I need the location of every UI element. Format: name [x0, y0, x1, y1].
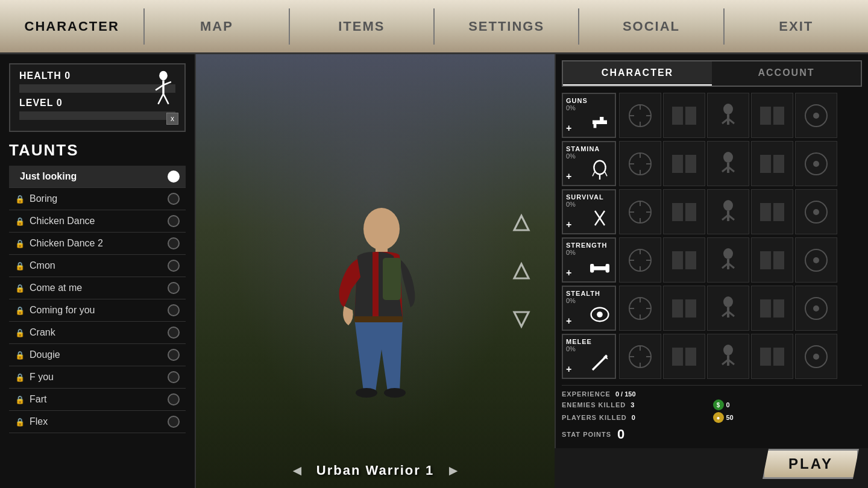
taunt-item[interactable]: 🔒 Flex — [9, 411, 186, 433]
skill-slot[interactable] — [751, 237, 793, 283]
taunt-item[interactable]: 🔒 Crank — [9, 322, 186, 344]
skill-slot-icon — [625, 149, 655, 179]
skill-slot[interactable] — [619, 237, 661, 283]
taunt-radio[interactable] — [168, 371, 180, 383]
taunt-item[interactable]: 🔒 Come at me — [9, 277, 186, 299]
taunt-radio[interactable] — [168, 170, 180, 183]
skill-main-button[interactable]: SURVIVAL 0% + — [562, 189, 616, 234]
skill-name: MELEE — [566, 338, 592, 345]
nav-exit[interactable]: EXIT — [725, 13, 868, 40]
taunt-radio[interactable] — [168, 215, 180, 227]
skill-add-icon: + — [566, 123, 571, 134]
skill-slot-icon — [801, 197, 831, 227]
skill-main-button[interactable]: GUNS 0% + — [562, 93, 616, 138]
skill-slot[interactable] — [663, 189, 705, 234]
skill-slot[interactable] — [619, 141, 661, 186]
nav-arrow-mid[interactable] — [506, 256, 536, 286]
svg-rect-70 — [590, 264, 594, 272]
skill-main-button[interactable]: STAMINA 0% + — [562, 141, 616, 186]
skill-main-button[interactable]: MELEE 0% + — [562, 334, 616, 379]
nav-character[interactable]: CHARACTER — [0, 13, 143, 40]
skill-slot[interactable] — [751, 189, 793, 234]
right-panel-wrapper: CHARACTER ACCOUNT GUNS 0% + STAMINA 0% +… — [555, 54, 868, 488]
taunt-radio[interactable] — [168, 304, 180, 316]
taunt-radio[interactable] — [168, 282, 180, 294]
taunt-item[interactable]: 🔒 Cmon — [9, 255, 186, 277]
taunt-radio[interactable] — [168, 349, 180, 361]
svg-rect-17 — [594, 124, 597, 128]
taunt-item[interactable]: 🔒 F you — [9, 366, 186, 389]
lock-icon: 🔒 — [15, 351, 25, 360]
skill-slot[interactable] — [751, 286, 793, 331]
svg-line-2 — [156, 85, 163, 90]
nav-arrow-up[interactable] — [506, 208, 536, 238]
skill-slot[interactable] — [795, 189, 837, 234]
skill-slot-icon — [801, 293, 831, 324]
nav-arrow-down[interactable] — [506, 304, 536, 334]
skill-slot[interactable] — [663, 93, 705, 138]
skill-slot[interactable] — [663, 334, 705, 379]
taunt-item[interactable]: 🔒 Coming for you — [9, 299, 186, 322]
skill-slot[interactable] — [707, 334, 749, 379]
svg-line-5 — [163, 94, 169, 104]
skill-slot[interactable] — [663, 237, 705, 283]
taunt-item[interactable]: 🔒 Boring — [9, 188, 186, 210]
taunt-item[interactable]: 🔒 Fart — [9, 389, 186, 411]
skill-slot[interactable] — [751, 334, 793, 379]
taunt-radio[interactable] — [168, 416, 180, 428]
svg-rect-30 — [773, 107, 784, 125]
close-button[interactable]: x — [166, 113, 178, 125]
skill-slot[interactable] — [619, 189, 661, 234]
lock-icon: 🔒 — [15, 217, 25, 226]
taunt-item[interactable]: 🔒 Chicken Dance 2 — [9, 233, 186, 255]
skill-slot[interactable] — [707, 189, 749, 234]
skill-slot[interactable] — [795, 286, 837, 331]
skill-slot-icon — [625, 101, 655, 131]
skill-slot[interactable] — [619, 334, 661, 379]
svg-point-96 — [723, 296, 733, 307]
nav-settings[interactable]: SETTINGS — [435, 13, 578, 40]
prev-character-button[interactable]: ◄ — [290, 462, 304, 479]
taunt-radio[interactable] — [168, 393, 180, 405]
skill-slot[interactable] — [707, 286, 749, 331]
skill-slot[interactable] — [663, 141, 705, 186]
taunt-radio[interactable] — [168, 327, 180, 339]
next-character-button[interactable]: ► — [446, 462, 461, 479]
skill-slots — [619, 286, 862, 331]
taunt-item[interactable]: 🔒 Chicken Dance — [9, 210, 186, 233]
taunt-item[interactable]: Just looking — [9, 166, 186, 188]
skill-slot[interactable] — [795, 141, 837, 186]
tab-character[interactable]: CHARACTER — [563, 61, 712, 86]
green-currency-row: $ 0 — [713, 399, 863, 410]
nav-map[interactable]: MAP — [145, 13, 288, 40]
skill-slot[interactable] — [751, 141, 793, 186]
nav-items[interactable]: ITEMS — [290, 13, 433, 40]
taunt-item[interactable]: 🔒 Dougie — [9, 344, 186, 366]
taunt-radio[interactable] — [168, 237, 180, 249]
tab-account[interactable]: ACCOUNT — [712, 61, 861, 86]
skill-slot[interactable] — [795, 237, 837, 283]
skill-name: GUNS — [566, 97, 588, 104]
skill-slot[interactable] — [619, 93, 661, 138]
skill-slot-icon — [625, 293, 655, 324]
skill-main-button[interactable]: STRENGTH 0% + — [562, 237, 616, 283]
skill-slot[interactable] — [707, 237, 749, 283]
players-killed-row: PLAYERS KILLED 0 — [562, 412, 711, 423]
skill-slot[interactable] — [707, 141, 749, 186]
green-currency-value: 0 — [726, 401, 730, 408]
svg-rect-15 — [593, 120, 607, 124]
skill-slot[interactable] — [619, 286, 661, 331]
taunt-radio[interactable] — [168, 193, 180, 205]
skill-icon — [588, 351, 612, 375]
skill-icon — [588, 110, 612, 134]
skill-slot[interactable] — [751, 93, 793, 138]
skill-main-button[interactable]: STEALTH 0% + — [562, 286, 616, 331]
skill-slot[interactable] — [795, 93, 837, 138]
nav-social[interactable]: SOCIAL — [579, 13, 723, 40]
play-button[interactable]: PLAY — [763, 449, 859, 479]
taunt-radio[interactable] — [168, 260, 180, 272]
skill-slot[interactable] — [707, 93, 749, 138]
skill-slot[interactable] — [795, 334, 837, 379]
enemies-killed-value: 3 — [631, 401, 634, 408]
skill-slot[interactable] — [663, 286, 705, 331]
